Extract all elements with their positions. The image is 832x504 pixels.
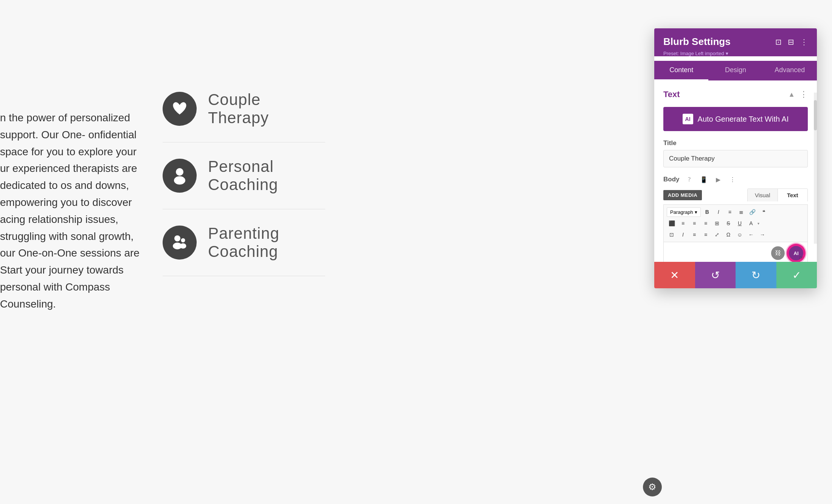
services-list: Couple Therapy Personal Coaching Parenti… bbox=[163, 76, 325, 276]
body-more-icon[interactable]: ⋮ bbox=[727, 174, 738, 185]
add-media-button[interactable]: ADD MEDIA bbox=[663, 190, 702, 200]
outdent-button[interactable]: ≡ bbox=[701, 230, 711, 240]
panel-header-top: Blurb Settings ⊡ ⊟ ⋮ bbox=[663, 36, 808, 48]
ai-circle-container: ⛓ AI ☞ 1 bbox=[771, 245, 804, 261]
tab-content[interactable]: Content bbox=[654, 61, 708, 80]
body-icons: ? 📱 ▶ ⋮ bbox=[684, 174, 738, 185]
confirm-button[interactable]: ✓ bbox=[776, 262, 817, 288]
body-row: Body ? 📱 ▶ ⋮ bbox=[663, 174, 808, 185]
settings-wheel-button[interactable]: ⚙ bbox=[643, 478, 662, 496]
emoji-button[interactable]: ☺ bbox=[735, 230, 745, 240]
svg-point-1 bbox=[174, 176, 185, 185]
title-field-label: Title bbox=[663, 139, 808, 147]
panel-tabs: Content Design Advanced bbox=[654, 61, 817, 80]
paragraph-arrow: ▾ bbox=[695, 209, 697, 215]
toolbar-row-1: Paragraph ▾ B I ≡ ≣ 🔗 ❝ bbox=[667, 207, 804, 217]
cursor-icon: ☞ bbox=[799, 255, 804, 261]
redo-editor-button[interactable]: → bbox=[757, 230, 767, 240]
editor-area[interactable]: ⛓ AI ☞ 1 bbox=[663, 242, 808, 265]
blockquote-button[interactable]: ❝ bbox=[759, 207, 769, 217]
link-button[interactable]: 🔗 bbox=[748, 207, 757, 217]
person-icon bbox=[170, 166, 189, 185]
parenting-coaching-label: Parenting Coaching bbox=[208, 224, 325, 261]
tab-design[interactable]: Design bbox=[708, 61, 762, 80]
special-chars-button[interactable]: Ω bbox=[723, 230, 733, 240]
toolbar-row-2: ⬛ ≡ ≡ ≡ ⊞ S U A ▾ bbox=[667, 218, 804, 228]
section-more-icon[interactable]: ⋮ bbox=[799, 90, 808, 99]
paragraph-select[interactable]: Paragraph ▾ bbox=[667, 207, 701, 217]
undo-button[interactable]: ↺ bbox=[695, 262, 736, 288]
svg-point-2 bbox=[174, 235, 180, 241]
cancel-button[interactable]: ✕ bbox=[654, 262, 695, 288]
couple-therapy-icon bbox=[163, 92, 197, 126]
ai-button-icon: AI bbox=[683, 114, 693, 124]
layout-icon[interactable]: ⊟ bbox=[788, 37, 794, 46]
ai-circle-button[interactable]: AI ☞ bbox=[788, 245, 804, 261]
bold-button[interactable]: B bbox=[702, 207, 712, 217]
editor-tabs: Visual Text bbox=[747, 189, 808, 201]
tab-advanced[interactable]: Advanced bbox=[763, 61, 817, 80]
scrollbar[interactable] bbox=[814, 93, 817, 244]
personal-coaching-icon bbox=[163, 159, 197, 193]
indent-button[interactable]: ≡ bbox=[689, 230, 699, 240]
play-icon[interactable]: ▶ bbox=[713, 174, 723, 185]
svg-point-0 bbox=[176, 168, 183, 176]
copy-button[interactable]: ⊡ bbox=[667, 230, 677, 240]
ordered-list-button[interactable]: ≣ bbox=[736, 207, 746, 217]
svg-point-5 bbox=[180, 243, 186, 249]
title-input[interactable] bbox=[663, 150, 808, 167]
panel-header-icons: ⊡ ⊟ ⋮ bbox=[775, 37, 808, 46]
heart-icon bbox=[170, 99, 189, 118]
service-item-couple-therapy: Couple Therapy bbox=[163, 76, 325, 142]
paragraph-label: Paragraph bbox=[670, 209, 693, 215]
service-item-personal-coaching: Personal Coaching bbox=[163, 142, 325, 209]
preset-arrow: ▾ bbox=[726, 51, 728, 56]
tab-visual[interactable]: Visual bbox=[748, 189, 778, 201]
couple-therapy-label: Couple Therapy bbox=[208, 91, 325, 127]
tab-text[interactable]: Text bbox=[778, 189, 808, 201]
chain-button[interactable]: ⛓ bbox=[771, 246, 785, 260]
unordered-list-button[interactable]: ≡ bbox=[725, 207, 735, 217]
undo-editor-button[interactable]: ← bbox=[746, 230, 756, 240]
panel-preset[interactable]: Preset: Image Left imported ▾ bbox=[663, 50, 808, 56]
more-options-icon[interactable]: ⋮ bbox=[800, 37, 808, 46]
collapse-icon[interactable]: ▲ bbox=[788, 91, 795, 99]
redo-button[interactable]: ↻ bbox=[736, 262, 776, 288]
parenting-coaching-icon bbox=[163, 226, 197, 260]
ai-icon-text: AI bbox=[685, 116, 691, 122]
action-bar: ✕ ↺ ↻ ✓ bbox=[654, 262, 817, 288]
help-icon[interactable]: ? bbox=[684, 174, 695, 185]
panel-body: Text ▲ ⋮ AI Auto Generate Text With AI T… bbox=[654, 80, 817, 274]
mobile-icon[interactable]: 📱 bbox=[699, 174, 709, 185]
section-header-right: ▲ ⋮ bbox=[788, 90, 808, 99]
panel-title: Blurb Settings bbox=[663, 36, 731, 48]
body-text: n the power of personalized support. Our… bbox=[0, 110, 144, 313]
text-section-title: Text bbox=[663, 90, 680, 99]
fullscreen-editor-button[interactable]: ⤢ bbox=[712, 230, 722, 240]
color-arrow: ▾ bbox=[757, 221, 759, 226]
table-button[interactable]: ⊞ bbox=[712, 218, 722, 228]
service-item-parenting-coaching: Parenting Coaching bbox=[163, 209, 325, 276]
text-section-header: Text ▲ ⋮ bbox=[663, 90, 808, 99]
justify-button[interactable]: ≡ bbox=[701, 218, 711, 228]
align-left-button[interactable]: ⬛ bbox=[667, 218, 677, 228]
ai-circle-icon: AI bbox=[794, 250, 799, 256]
scrollbar-thumb[interactable] bbox=[814, 100, 817, 130]
blurb-settings-panel: Blurb Settings ⊡ ⊟ ⋮ Preset: Image Left … bbox=[654, 28, 817, 288]
settings-gear-icon: ⚙ bbox=[648, 482, 657, 492]
toolbar-row-3: ⊡ I ≡ ≡ ⤢ Ω ☺ ← → bbox=[667, 230, 804, 240]
personal-coaching-label: Personal Coaching bbox=[208, 158, 325, 194]
body-field-label: Body bbox=[663, 176, 680, 183]
italic2-button[interactable]: I bbox=[678, 230, 688, 240]
underline-button[interactable]: U bbox=[735, 218, 745, 228]
svg-point-4 bbox=[181, 238, 185, 243]
font-color-button[interactable]: A bbox=[746, 218, 756, 228]
fullscreen-icon[interactable]: ⊡ bbox=[775, 37, 782, 46]
panel-header: Blurb Settings ⊡ ⊟ ⋮ Preset: Image Left … bbox=[654, 28, 817, 56]
italic-button[interactable]: I bbox=[714, 207, 723, 217]
preset-label: Preset: Image Left imported bbox=[663, 51, 724, 56]
ai-generate-button[interactable]: AI Auto Generate Text With AI bbox=[663, 107, 808, 131]
strikethrough-button[interactable]: S bbox=[723, 218, 733, 228]
align-center-button[interactable]: ≡ bbox=[678, 218, 688, 228]
align-right-button[interactable]: ≡ bbox=[689, 218, 699, 228]
